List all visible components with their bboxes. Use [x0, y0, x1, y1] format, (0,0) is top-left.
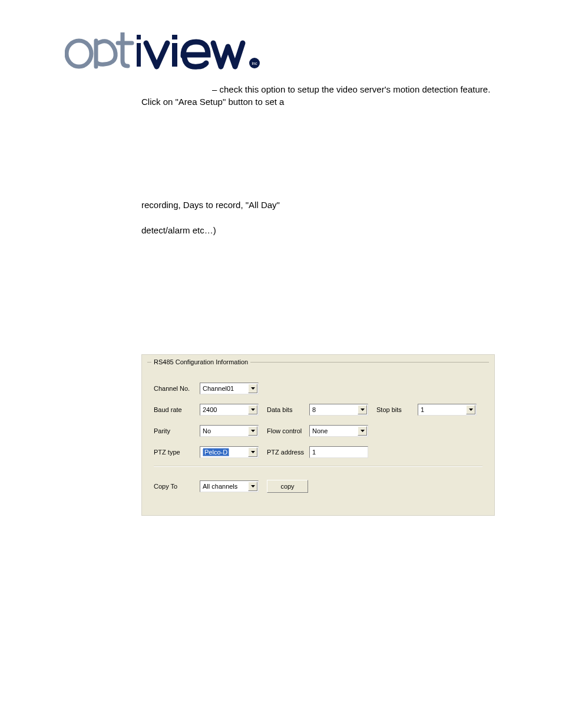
ptztype-label: PTZ type: [154, 449, 200, 456]
panel-legend: RS485 Configuration Information: [151, 358, 250, 365]
stopbits-select[interactable]: 1: [418, 404, 477, 416]
ptzaddr-input[interactable]: 1: [309, 446, 368, 458]
stopbits-label: Stop bits: [376, 406, 418, 413]
databits-label: Data bits: [267, 406, 309, 413]
chevron-down-icon[interactable]: [248, 482, 257, 491]
copyto-select[interactable]: All channels: [200, 480, 259, 492]
svg-rect-3: [172, 43, 177, 67]
baud-label: Baud rate: [154, 406, 200, 413]
ptzaddr-label: PTZ address: [267, 449, 309, 456]
flow-label: Flow control: [267, 427, 309, 434]
svg-rect-2: [137, 35, 141, 39]
svg-rect-1: [137, 43, 141, 67]
channel-label: Channel No.: [154, 385, 200, 392]
chevron-down-icon[interactable]: [248, 447, 257, 457]
chevron-down-icon[interactable]: [466, 405, 475, 414]
chevron-down-icon[interactable]: [358, 405, 367, 414]
parity-select[interactable]: No: [200, 425, 259, 437]
chevron-down-icon[interactable]: [248, 426, 257, 436]
paragraph-3: detect/alarm etc…): [141, 224, 497, 236]
ptztype-select[interactable]: Pelco-D: [200, 446, 259, 458]
copy-button[interactable]: copy: [267, 480, 308, 493]
chevron-down-icon[interactable]: [248, 405, 257, 414]
rs485-config-panel: RS485 Configuration Information Channel …: [141, 354, 495, 516]
parity-label: Parity: [154, 427, 200, 434]
flow-select[interactable]: None: [309, 425, 368, 437]
svg-point-0: [67, 41, 91, 67]
channel-select[interactable]: Channel01: [200, 383, 259, 394]
copyto-label: Copy To: [154, 483, 200, 490]
baud-select[interactable]: 2400: [200, 404, 259, 416]
paragraph-1: – check this option to setup the video s…: [141, 83, 497, 108]
paragraph-2: recording, Days to record, "All Day": [141, 199, 497, 211]
chevron-down-icon[interactable]: [358, 426, 367, 436]
databits-select[interactable]: 8: [309, 404, 368, 416]
svg-rect-4: [172, 35, 177, 39]
svg-text:inc: inc: [252, 61, 257, 65]
logo: inc: [65, 32, 497, 70]
chevron-down-icon[interactable]: [248, 384, 257, 393]
